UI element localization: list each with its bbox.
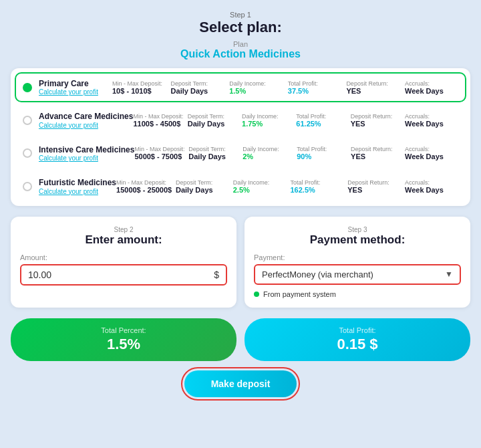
plan-info-intensive: Intensive Care Medicines Calculate your … [39,145,134,162]
stat-deposit-primary: Min - Max Deposit: 10$ - 1010$ [112,80,166,95]
plan-stats-advance: Min - Max Deposit: 1100$ - 4500$ Deposit… [133,113,458,128]
plan-card-primary[interactable]: Primary Care Calculate your profit Min -… [15,72,466,102]
stat-deposit-advance: Min - Max Deposit: 1100$ - 4500$ [133,113,186,128]
total-percent-value: 1.5% [24,336,223,353]
deposit-btn-row: Make deposit [11,370,470,397]
plan-calc-link-intensive[interactable]: Calculate your profit [39,154,134,162]
plan-radio-primary [23,83,32,92]
page-title: Select plan: [11,19,470,36]
plan-stats-futuristic: Min - Max Deposit: 15000$ - 25000$ Depos… [116,179,458,194]
plan-calc-link-futuristic[interactable]: Calculate your profit [39,188,116,195]
stat-return-advance: Deposit Return: YES [351,113,404,128]
plan-stats-intensive: Min - Max Deposit: 5000$ - 7500$ Deposit… [134,146,458,160]
step2-label: Step 2 [20,226,227,233]
total-percent-label: Total Percent: [24,326,223,334]
step2-heading: Enter amount: [20,233,227,247]
stat-profit-intensive: Total Profit: 90% [297,146,350,160]
plan-name-intensive: Intensive Care Medicines [39,145,134,154]
amount-input[interactable] [28,269,214,280]
stat-deposit-intensive: Min - Max Deposit: 5000$ - 7500$ [134,146,188,160]
plan-name-primary: Primary Care [39,79,112,88]
stat-accrual-advance: Accruals: Week Days [405,113,458,128]
stat-accrual-intensive: Accruals: Week Days [405,146,458,160]
payment-note: From payment system [254,290,461,298]
payment-note-text: From payment system [263,290,336,298]
stat-return-intensive: Deposit Return: YES [351,146,404,160]
stat-income-intensive: Daily Income: 2% [243,146,296,160]
step2-box: Step 2 Enter amount: Amount: $ [11,217,236,308]
page-header: Step 1 Select plan: Plan Quick Action Me… [11,11,470,60]
payment-select[interactable]: PerfectMoney (via merchant) Bitcoin Ethe… [262,269,445,279]
payment-select-wrapper: PerfectMoney (via merchant) Bitcoin Ethe… [254,264,461,285]
step3-title: Step 3 Payment method: [254,226,461,247]
plan-name-futuristic: Futuristic Medicines [39,178,116,187]
payment-label: Payment: [254,253,461,261]
plan-calc-link-advance[interactable]: Calculate your profit [39,122,133,129]
stat-income-primary: Daily Income: 1.5% [229,80,283,95]
amount-input-wrapper: $ [20,264,227,286]
total-percent-card: Total Percent: 1.5% [11,318,236,361]
total-profit-label: Total Profit: [258,326,457,334]
plan-calc-link-primary[interactable]: Calculate your profit [39,88,112,96]
steps-row: Step 2 Enter amount: Amount: $ Step 3 Pa… [11,217,470,308]
stat-deposit-futuristic: Min - Max Deposit: 15000$ - 25000$ [116,179,172,194]
stat-return-primary: Deposit Return: YES [346,80,399,95]
stat-profit-advance: Total Profit: 61.25% [296,113,349,128]
stat-term-intensive: Deposit Term: Daily Days [188,146,242,160]
plan-info-advance: Advance Care Medicines Calculate your pr… [39,112,133,128]
summary-row: Total Percent: 1.5% Total Profit: 0.15 $ [11,318,470,361]
stat-term-futuristic: Deposit Term: Daily Days [176,179,229,194]
step1-label: Step 1 [11,11,470,19]
plans-container: Primary Care Calculate your profit Min -… [11,68,470,206]
stat-income-futuristic: Daily Income: 2.5% [233,179,287,194]
stat-profit-futuristic: Total Profit: 162.5% [290,179,343,194]
stat-return-futuristic: Deposit Return: YES [347,179,401,194]
step3-label: Step 3 [254,226,461,233]
plan-info-primary: Primary Care Calculate your profit [39,79,112,96]
stat-accrual-primary: Accruals: Week Days [405,80,458,95]
total-profit-card: Total Profit: 0.15 $ [245,318,470,361]
plan-card-futuristic[interactable]: Futuristic Medicines Calculate your prof… [15,171,466,201]
plan-radio-advance [23,116,32,125]
plan-card-intensive[interactable]: Intensive Care Medicines Calculate your … [15,138,466,169]
plan-label: Plan [11,40,470,48]
plan-info-futuristic: Futuristic Medicines Calculate your prof… [39,178,116,195]
stat-income-advance: Daily Income: 1.75% [242,113,295,128]
plan-name-advance: Advance Care Medicines [39,112,133,121]
step3-box: Step 3 Payment method: Payment: PerfectM… [245,217,470,308]
plan-stats-primary: Min - Max Deposit: 10$ - 1010$ Deposit T… [112,80,458,95]
payment-status-dot [254,292,259,297]
step3-heading: Payment method: [254,233,461,247]
stat-profit-primary: Total Profit: 37.5% [288,80,341,95]
step2-title: Step 2 Enter amount: [20,226,227,247]
make-deposit-button[interactable]: Make deposit [184,370,297,397]
plan-radio-intensive [23,148,32,158]
plan-name: Quick Action Medicines [11,48,470,60]
stat-term-primary: Deposit Term: Daily Days [171,80,224,95]
stat-term-advance: Deposit Term: Daily Days [188,113,241,128]
currency-symbol: $ [214,269,219,280]
stat-accrual-futuristic: Accruals: Week Days [405,179,458,194]
plan-radio-futuristic [23,182,32,191]
chevron-down-icon: ▼ [445,269,453,279]
amount-label: Amount: [20,253,227,261]
plan-card-advance[interactable]: Advance Care Medicines Calculate your pr… [15,105,466,135]
total-profit-value: 0.15 $ [258,336,457,353]
